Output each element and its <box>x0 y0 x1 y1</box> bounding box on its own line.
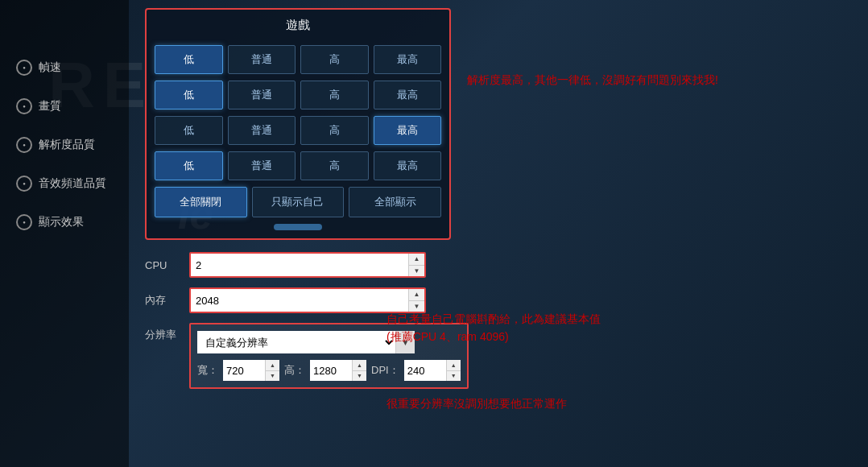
resolution-dropdown[interactable]: 自定義分辨率 <box>197 331 395 353</box>
width-spinner: ▲ ▼ <box>265 360 279 381</box>
width-label: 寬： <box>197 363 218 378</box>
quality-low-btn[interactable]: 低 <box>155 81 223 110</box>
sidebar: 幀速 畫質 解析度品質 音效頻道品質 顯示效果 <box>0 0 129 467</box>
height-label: 高： <box>284 363 305 378</box>
resolution-label: 分辨率 <box>145 328 181 342</box>
dpi-input[interactable] <box>404 360 446 381</box>
cpu-input[interactable] <box>191 254 408 276</box>
audio-quality-row: 低 普通 高 最高 <box>155 151 441 180</box>
display-off-all-btn[interactable]: 全部關閉 <box>155 187 247 217</box>
sidebar-label-framerate: 幀速 <box>39 60 61 75</box>
res-quality-row: 低 普通 高 最高 <box>155 116 441 145</box>
sidebar-item-audio-quality[interactable]: 音效頻道品質 <box>0 164 129 203</box>
annotation-resolution: 解析度最高，其他一律低，沒調好有問題別來找我! <box>467 71 718 89</box>
audio-max-btn[interactable]: 最高 <box>374 151 442 180</box>
dpi-spinner-up[interactable]: ▲ <box>447 360 461 371</box>
game-settings-panel: 遊戲 低 普通 高 最高 低 普通 高 最高 低 普通 高 最高 低 普通 高 … <box>145 8 451 240</box>
annotation-resolution-warning: 很重要分辨率沒調別想要他正常運作 <box>386 395 567 412</box>
quality-max-btn[interactable]: 最高 <box>374 81 442 110</box>
resolution-inputs-row: 寬： ▲ ▼ 高： ▲ ▼ <box>197 360 461 381</box>
res-quality-low-btn[interactable]: 低 <box>155 116 223 145</box>
res-quality-max-btn[interactable]: 最高 <box>374 116 442 145</box>
cpu-input-row: ▲ ▼ <box>191 254 424 276</box>
cpu-spinner-up[interactable]: ▲ <box>409 254 424 266</box>
res-quality-high-btn[interactable]: 高 <box>300 116 369 145</box>
cpu-spinner: ▲ ▼ <box>408 254 424 276</box>
display-show-all-btn[interactable]: 全部顯示 <box>349 187 441 217</box>
width-spinner-up[interactable]: ▲ <box>266 360 279 371</box>
res-quality-icon <box>16 137 32 153</box>
height-spinner: ▲ ▼ <box>352 360 366 381</box>
annotation-cpu-memory: 自己考量自己電腦斟酌給，此為建議基本值 (推薦CPU 4、ram 4096) <box>386 310 601 346</box>
framerate-high-btn[interactable]: 高 <box>300 45 369 74</box>
dpi-spinner-down[interactable]: ▼ <box>447 371 461 382</box>
memory-input[interactable] <box>191 289 408 312</box>
memory-label: 內存 <box>145 293 181 308</box>
height-spinner-up[interactable]: ▲ <box>353 360 366 371</box>
display-options-row: 全部關閉 只顯示自己 全部顯示 <box>155 187 441 217</box>
sidebar-label-display-effects: 顯示效果 <box>39 215 84 229</box>
height-spinner-down[interactable]: ▼ <box>353 371 366 382</box>
framerate-normal-btn[interactable]: 普通 <box>228 45 296 74</box>
display-self-only-btn[interactable]: 只顯示自己 <box>252 187 345 217</box>
res-quality-normal-btn[interactable]: 普通 <box>228 116 296 145</box>
height-input[interactable] <box>310 360 352 381</box>
height-input-group: ▲ ▼ <box>310 360 366 381</box>
width-input[interactable] <box>223 360 265 381</box>
width-spinner-down[interactable]: ▼ <box>266 371 279 382</box>
sidebar-item-display-effects[interactable]: 顯示效果 <box>0 203 129 242</box>
dpi-label: DPI： <box>371 363 399 378</box>
audio-normal-btn[interactable]: 普通 <box>228 151 296 180</box>
dpi-input-group: ▲ ▼ <box>404 360 461 381</box>
sidebar-item-quality[interactable]: 畫質 <box>0 87 129 126</box>
memory-input-row: ▲ ▼ <box>191 289 424 312</box>
display-effects-icon <box>16 214 32 230</box>
cpu-spinner-down[interactable]: ▼ <box>409 266 424 277</box>
sidebar-label-audio-quality: 音效頻道品質 <box>39 176 106 191</box>
scroll-indicator <box>274 224 322 230</box>
memory-spinner: ▲ ▼ <box>408 289 424 312</box>
framerate-icon <box>16 60 32 76</box>
cpu-setting-row: CPU ▲ ▼ <box>145 252 852 278</box>
cpu-input-wrapper: ▲ ▼ <box>189 252 426 278</box>
width-input-group: ▲ ▼ <box>223 360 279 381</box>
cpu-label: CPU <box>145 259 181 271</box>
memory-spinner-up[interactable]: ▲ <box>409 289 424 301</box>
framerate-max-btn[interactable]: 最高 <box>374 45 442 74</box>
sidebar-item-res-quality[interactable]: 解析度品質 <box>0 126 129 164</box>
audio-quality-icon <box>16 176 32 192</box>
framerate-quality-row: 低 普通 高 最高 <box>155 45 441 74</box>
image-quality-row: 低 普通 高 最高 <box>155 81 441 110</box>
sidebar-label-quality: 畫質 <box>39 99 61 114</box>
audio-high-btn[interactable]: 高 <box>300 151 369 180</box>
dpi-spinner: ▲ ▼ <box>446 360 461 381</box>
sidebar-item-framerate[interactable]: 幀速 <box>0 48 129 87</box>
quality-high-btn[interactable]: 高 <box>300 81 369 110</box>
sidebar-label-res-quality: 解析度品質 <box>39 138 95 152</box>
game-panel-title: 遊戲 <box>155 18 441 37</box>
audio-low-btn[interactable]: 低 <box>155 151 223 180</box>
resolution-dropdown-row: 自定義分辨率 ▼ <box>197 331 415 353</box>
quality-normal-btn[interactable]: 普通 <box>228 81 296 110</box>
framerate-low-btn[interactable]: 低 <box>155 45 223 74</box>
quality-icon <box>16 98 32 114</box>
